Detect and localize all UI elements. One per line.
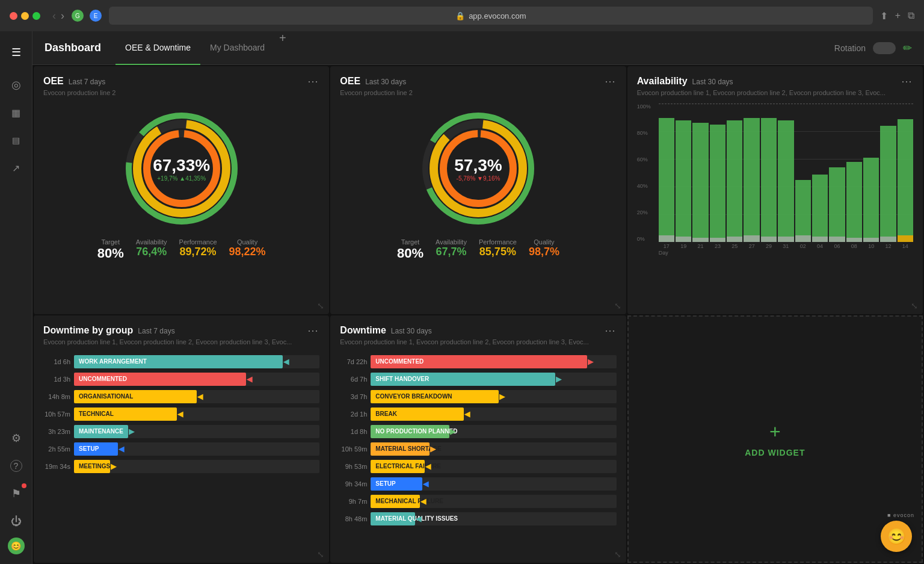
avail-label: Availability [136, 238, 167, 246]
widget-resize-icon[interactable]: ⤡ [911, 301, 918, 311]
bar-row-conveyor-breakdown: 3d 7h CONVEYOR BREAKDOWN ▶ [340, 390, 616, 403]
avail-bar-10 [829, 104, 845, 242]
browser-forward-icon[interactable]: › [61, 10, 64, 22]
extension-icon-2[interactable]: E [90, 10, 102, 22]
add-tab-button[interactable]: + [274, 31, 291, 65]
qual-label: Quality [229, 238, 266, 246]
widget-downtime-7d-title: Downtime by group [43, 325, 133, 336]
oee-7d-sub-arrow: ▲41,35% [179, 175, 206, 182]
grid-icon: ▦ [11, 107, 20, 119]
bar-row-setup-7d: 2h 55m SETUP ◀ [43, 442, 319, 456]
topbar-right: Rotation ✏ [834, 42, 912, 55]
widget-downtime-30d-title: Downtime [340, 325, 386, 336]
widget-oee-30d-desc: Evocon production line 2 [340, 89, 616, 96]
sidebar-item-menu[interactable]: ☰ [5, 41, 28, 64]
avail-x-axis: 17 19 21 23 25 27 29 31 02 04 06 08 10 1… [659, 243, 913, 249]
sidebar-item-grid[interactable]: ▦ [5, 101, 28, 124]
topbar: Dashboard OEE & Downtime My Dashboard + … [32, 31, 924, 65]
widget-oee-30d-menu[interactable]: ⋯ [605, 76, 617, 87]
widget-avail-menu[interactable]: ⋯ [901, 76, 913, 87]
new-tab-icon[interactable]: + [895, 10, 901, 22]
widget-resize-icon[interactable]: ⤡ [614, 301, 621, 311]
rotation-label: Rotation [834, 43, 866, 53]
widget-oee-7d-title: OEE [43, 76, 64, 87]
widget-downtime-7d-desc: Evocon production line 1, Evocon product… [43, 338, 319, 346]
sidebar-item-settings[interactable]: ⚙ [5, 427, 28, 450]
add-widget-panel[interactable]: + ADD WIDGET [627, 315, 923, 563]
downtime-7d-bars: 1d 6h WORK ARRANGEMENT ◀ 1d 3h UNC [43, 355, 319, 477]
minimize-button[interactable] [21, 12, 29, 20]
widget-oee-30d: OEE Last 30 days ⋯ Evocon production lin… [330, 66, 626, 314]
widget-downtime-30d-menu[interactable]: ⋯ [605, 325, 617, 336]
widget-resize-icon[interactable]: ⤡ [317, 550, 324, 559]
sidebar-item-target[interactable]: ◎ [5, 73, 28, 96]
avatar-icon: 😊 [11, 541, 21, 551]
bar-row-organisational: 14h 8m ORGANISATIONAL ◀ [43, 390, 319, 403]
widget-resize-icon[interactable]: ⤡ [317, 301, 324, 311]
bar-row-no-production: 1d 8h NO PRODUCTION PLANNED ▶ [340, 425, 616, 438]
dashboard-grid: OEE Last 7 days ⋯ Evocon production line… [32, 65, 924, 564]
widget-oee-30d-period: Last 30 days [365, 78, 406, 86]
widget-avail-desc: Evocon production line 1, Evocon product… [637, 89, 913, 96]
avail-bar-12 [863, 104, 879, 242]
app-container: ☰ ◎ ▦ ▤ ↗ ⚙ ? ⚑ ⏻ [0, 31, 924, 564]
add-widget-label: ADD WIDGET [745, 448, 805, 457]
bar-row-electrical-failure: 9h 53m ELECTRICAL FAILURE ◀ [340, 460, 616, 473]
oee-30d-quality: Quality 98,7% [529, 238, 559, 261]
sidebar-item-reports[interactable]: ▤ [5, 129, 28, 152]
widget-downtime-7d-menu[interactable]: ⋯ [307, 325, 319, 336]
widget-oee-7d-menu[interactable]: ⋯ [307, 76, 319, 87]
main-content: Dashboard OEE & Downtime My Dashboard + … [32, 31, 924, 564]
avail-bar-1 [676, 104, 691, 242]
share-icon[interactable]: ⬆ [880, 10, 888, 22]
widget-avail-period: Last 30 days [692, 78, 733, 86]
widget-downtime-7d-header: Downtime by group Last 7 days ⋯ [43, 325, 319, 336]
availability-chart: 100% 80% 60% 40% 20% 0% 17 19 21 23 25 [637, 104, 913, 256]
add-widget-plus-icon: + [769, 421, 781, 443]
widget-availability: Availability Last 30 days ⋯ Evocon produ… [627, 66, 923, 314]
url-text: app.evocon.com [469, 11, 526, 20]
power-icon: ⏻ [11, 515, 22, 528]
trend-icon: ↗ [12, 163, 20, 174]
tab-oee-downtime[interactable]: OEE & Downtime [116, 31, 200, 65]
sidebar-item-power[interactable]: ⏻ [5, 510, 28, 533]
avail-bar-2 [692, 104, 708, 242]
url-bar[interactable]: 🔒 app.evocon.com [109, 7, 873, 25]
maximize-button[interactable] [32, 12, 40, 20]
perf-value: 89,72% [179, 246, 217, 258]
edit-icon[interactable]: ✏ [903, 42, 912, 55]
bar-row-work-arrangement: 1d 6h WORK ARRANGEMENT ◀ [43, 355, 319, 368]
avatar[interactable]: 😊 [8, 538, 25, 554]
close-button[interactable] [10, 12, 17, 20]
page-title: Dashboard [45, 42, 101, 54]
avail-bar-8 [795, 104, 811, 242]
widget-downtime-30d-desc: Evocon production line 1, Evocon product… [340, 338, 616, 346]
bar-row-shift-handover: 6d 7h SHIFT HANDOVER ▶ [340, 373, 616, 386]
avail-bar-14 [898, 104, 913, 242]
evocon-chatbot[interactable]: 😊 [881, 521, 912, 552]
tab-my-dashboard[interactable]: My Dashboard [200, 31, 274, 65]
downtime-30d-bars: 7d 22h UNCOMMENTED ▶ 6d 7h SHIFT H [340, 355, 616, 530]
sidebar-item-help[interactable]: ? [5, 454, 28, 477]
widget-downtime-30d: Downtime Last 30 days ⋯ Evocon productio… [330, 315, 626, 563]
oee-7d-stats: Target 80% Availability 76,4% Performanc… [97, 238, 266, 261]
extension-icon-1[interactable]: G [72, 10, 84, 22]
sidebar-item-trends[interactable]: ↗ [5, 156, 28, 179]
widget-downtime-7d-period: Last 7 days [138, 327, 174, 335]
settings-icon: ⚙ [11, 432, 21, 445]
oee-30d-target: Target 80% [397, 238, 424, 261]
browser-back-icon[interactable]: ‹ [52, 10, 56, 22]
avail-y-axis: 100% 80% 60% 40% 20% 0% [637, 104, 651, 242]
rotation-toggle[interactable] [873, 42, 896, 54]
sidebar-item-notifications[interactable]: ⚑ [5, 482, 28, 505]
browser-navigation: ‹ › [52, 10, 64, 22]
sidebar-bottom: ⚙ ? ⚑ ⏻ 😊 [5, 427, 28, 554]
avail-bar-9 [812, 104, 828, 242]
tabs-icon[interactable]: ⧉ [908, 10, 914, 22]
widget-downtime-7d: Downtime by group Last 7 days ⋯ Evocon p… [34, 315, 329, 563]
widget-downtime-30d-period: Last 30 days [391, 327, 432, 335]
browser-chrome: ‹ › G E 🔒 app.evocon.com ⬆ + ⧉ [0, 0, 924, 31]
widget-resize-icon[interactable]: ⤡ [614, 550, 621, 559]
sidebar: ☰ ◎ ▦ ▤ ↗ ⚙ ? ⚑ ⏻ [0, 31, 32, 564]
bar-row-uncommented-7d: 1d 3h UNCOMMENTED ◀ [43, 373, 319, 386]
